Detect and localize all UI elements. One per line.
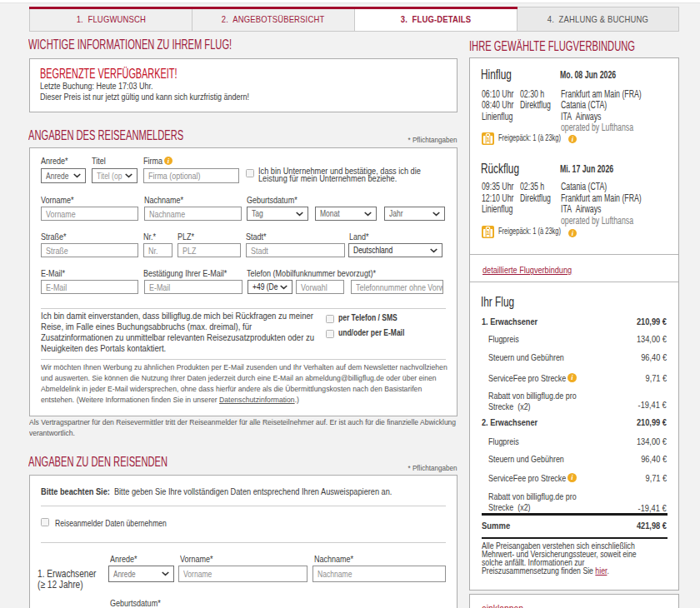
svg-text:1: 1 (486, 136, 490, 143)
svg-text:1: 1 (486, 229, 490, 237)
